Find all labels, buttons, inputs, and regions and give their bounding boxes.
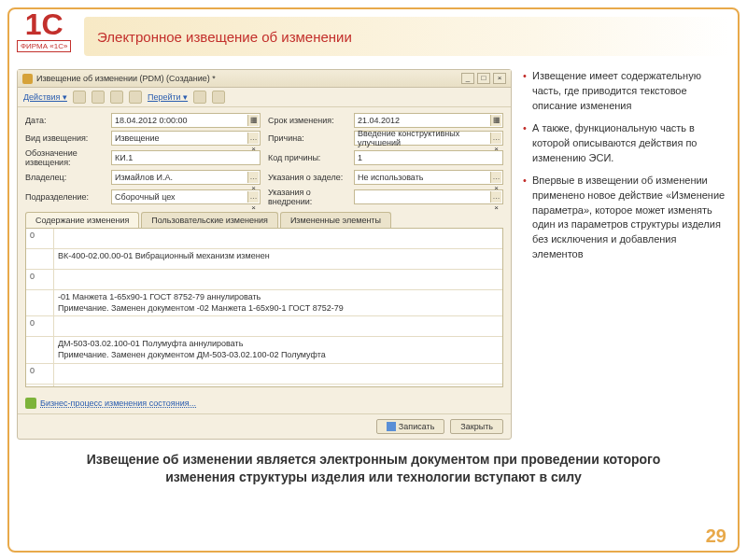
input-code[interactable]: КИ.1 <box>111 150 261 165</box>
input-backlog[interactable]: Не использовать…× <box>354 170 503 185</box>
input-date[interactable]: 18.04.2012 0:00:00▦ <box>111 113 261 128</box>
page-title: Электронное извещение об изменении <box>97 29 352 45</box>
calendar-icon[interactable]: ▦ <box>247 115 259 126</box>
input-reason[interactable]: Введение конструктивных улучшений…× <box>354 131 503 146</box>
picker-icon[interactable]: …× <box>490 133 501 144</box>
input-dept[interactable]: Сборочный цех…× <box>111 189 261 204</box>
bullet-item: Впервые в извещении об изменении примене… <box>523 174 730 263</box>
logo-subtext: ФИРМА «1С» <box>17 40 71 52</box>
bullet-item: Извещение имеет содержательную часть, гд… <box>523 69 730 114</box>
picker-icon[interactable]: …× <box>490 191 501 203</box>
picker-icon[interactable]: …× <box>490 172 501 183</box>
picker-icon[interactable]: …× <box>247 133 259 144</box>
picker-icon[interactable]: …× <box>247 172 259 183</box>
logo: 1C ФИРМА «1С» <box>17 11 71 52</box>
input-kind[interactable]: Извещение…× <box>111 131 261 146</box>
input-term[interactable]: 21.04.2012▦ <box>354 113 503 128</box>
picker-icon[interactable]: …× <box>247 191 259 203</box>
input-impl[interactable]: …× <box>354 189 503 204</box>
input-rcode[interactable]: 1 <box>354 150 503 165</box>
input-owner[interactable]: Измайлов И.А.…× <box>111 170 261 185</box>
logo-icon: 1C <box>17 11 71 38</box>
title-bar: Электронное извещение об изменении <box>84 17 747 56</box>
page-number: 29 <box>706 525 726 547</box>
bullet-item: А также, функциональную часть в которой … <box>523 121 730 166</box>
calendar-icon[interactable]: ▦ <box>490 115 501 126</box>
